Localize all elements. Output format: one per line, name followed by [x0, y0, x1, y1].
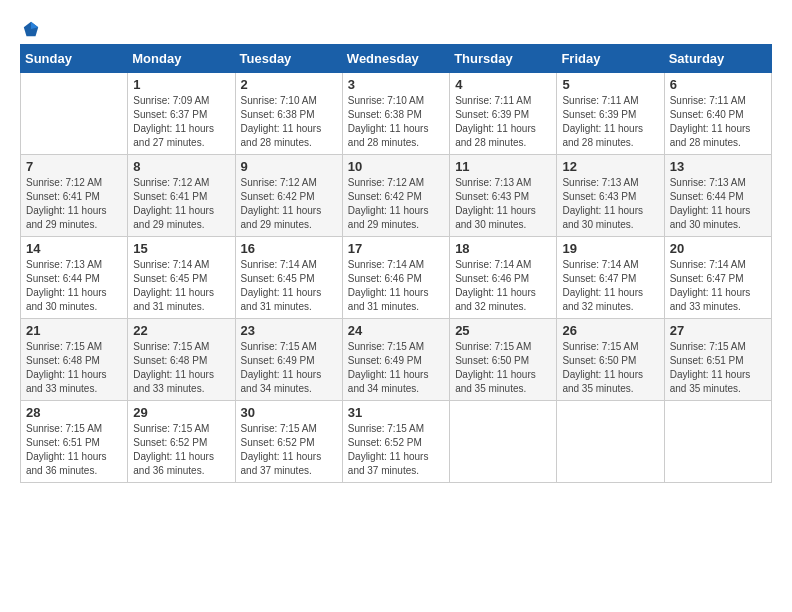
day-info: Sunrise: 7:15 AM Sunset: 6:49 PM Dayligh… — [241, 340, 337, 396]
day-info: Sunrise: 7:13 AM Sunset: 6:44 PM Dayligh… — [26, 258, 122, 314]
calendar-week-row: 1Sunrise: 7:09 AM Sunset: 6:37 PM Daylig… — [21, 73, 772, 155]
day-number: 27 — [670, 323, 766, 338]
table-row: 21Sunrise: 7:15 AM Sunset: 6:48 PM Dayli… — [21, 319, 128, 401]
table-row: 20Sunrise: 7:14 AM Sunset: 6:47 PM Dayli… — [664, 237, 771, 319]
day-number: 13 — [670, 159, 766, 174]
table-row: 6Sunrise: 7:11 AM Sunset: 6:40 PM Daylig… — [664, 73, 771, 155]
day-number: 17 — [348, 241, 444, 256]
table-row: 23Sunrise: 7:15 AM Sunset: 6:49 PM Dayli… — [235, 319, 342, 401]
day-number: 25 — [455, 323, 551, 338]
day-info: Sunrise: 7:14 AM Sunset: 6:47 PM Dayligh… — [670, 258, 766, 314]
table-row: 31Sunrise: 7:15 AM Sunset: 6:52 PM Dayli… — [342, 401, 449, 483]
day-info: Sunrise: 7:13 AM Sunset: 6:43 PM Dayligh… — [562, 176, 658, 232]
day-info: Sunrise: 7:15 AM Sunset: 6:51 PM Dayligh… — [670, 340, 766, 396]
calendar-week-row: 14Sunrise: 7:13 AM Sunset: 6:44 PM Dayli… — [21, 237, 772, 319]
day-number: 1 — [133, 77, 229, 92]
day-info: Sunrise: 7:09 AM Sunset: 6:37 PM Dayligh… — [133, 94, 229, 150]
day-info: Sunrise: 7:14 AM Sunset: 6:46 PM Dayligh… — [455, 258, 551, 314]
day-number: 31 — [348, 405, 444, 420]
day-info: Sunrise: 7:15 AM Sunset: 6:48 PM Dayligh… — [26, 340, 122, 396]
day-number: 22 — [133, 323, 229, 338]
header-tuesday: Tuesday — [235, 45, 342, 73]
table-row: 9Sunrise: 7:12 AM Sunset: 6:42 PM Daylig… — [235, 155, 342, 237]
table-row: 28Sunrise: 7:15 AM Sunset: 6:51 PM Dayli… — [21, 401, 128, 483]
day-number: 4 — [455, 77, 551, 92]
calendar-week-row: 21Sunrise: 7:15 AM Sunset: 6:48 PM Dayli… — [21, 319, 772, 401]
day-number: 14 — [26, 241, 122, 256]
day-info: Sunrise: 7:15 AM Sunset: 6:52 PM Dayligh… — [133, 422, 229, 478]
table-row: 3Sunrise: 7:10 AM Sunset: 6:38 PM Daylig… — [342, 73, 449, 155]
table-row — [450, 401, 557, 483]
day-number: 30 — [241, 405, 337, 420]
header-sunday: Sunday — [21, 45, 128, 73]
day-number: 15 — [133, 241, 229, 256]
day-info: Sunrise: 7:15 AM Sunset: 6:51 PM Dayligh… — [26, 422, 122, 478]
day-info: Sunrise: 7:15 AM Sunset: 6:49 PM Dayligh… — [348, 340, 444, 396]
table-row: 24Sunrise: 7:15 AM Sunset: 6:49 PM Dayli… — [342, 319, 449, 401]
day-number: 19 — [562, 241, 658, 256]
header-thursday: Thursday — [450, 45, 557, 73]
table-row: 17Sunrise: 7:14 AM Sunset: 6:46 PM Dayli… — [342, 237, 449, 319]
table-row: 1Sunrise: 7:09 AM Sunset: 6:37 PM Daylig… — [128, 73, 235, 155]
table-row: 18Sunrise: 7:14 AM Sunset: 6:46 PM Dayli… — [450, 237, 557, 319]
day-info: Sunrise: 7:14 AM Sunset: 6:45 PM Dayligh… — [241, 258, 337, 314]
table-row: 30Sunrise: 7:15 AM Sunset: 6:52 PM Dayli… — [235, 401, 342, 483]
calendar-table: Sunday Monday Tuesday Wednesday Thursday… — [20, 44, 772, 483]
day-number: 8 — [133, 159, 229, 174]
header-wednesday: Wednesday — [342, 45, 449, 73]
page-header — [20, 20, 772, 34]
day-number: 28 — [26, 405, 122, 420]
table-row: 22Sunrise: 7:15 AM Sunset: 6:48 PM Dayli… — [128, 319, 235, 401]
table-row: 4Sunrise: 7:11 AM Sunset: 6:39 PM Daylig… — [450, 73, 557, 155]
day-info: Sunrise: 7:15 AM Sunset: 6:50 PM Dayligh… — [455, 340, 551, 396]
day-info: Sunrise: 7:12 AM Sunset: 6:41 PM Dayligh… — [133, 176, 229, 232]
table-row: 25Sunrise: 7:15 AM Sunset: 6:50 PM Dayli… — [450, 319, 557, 401]
table-row: 2Sunrise: 7:10 AM Sunset: 6:38 PM Daylig… — [235, 73, 342, 155]
day-info: Sunrise: 7:11 AM Sunset: 6:40 PM Dayligh… — [670, 94, 766, 150]
day-number: 11 — [455, 159, 551, 174]
calendar-week-row: 7Sunrise: 7:12 AM Sunset: 6:41 PM Daylig… — [21, 155, 772, 237]
table-row: 10Sunrise: 7:12 AM Sunset: 6:42 PM Dayli… — [342, 155, 449, 237]
table-row: 29Sunrise: 7:15 AM Sunset: 6:52 PM Dayli… — [128, 401, 235, 483]
logo — [20, 20, 40, 34]
calendar-week-row: 28Sunrise: 7:15 AM Sunset: 6:51 PM Dayli… — [21, 401, 772, 483]
day-info: Sunrise: 7:14 AM Sunset: 6:45 PM Dayligh… — [133, 258, 229, 314]
day-number: 26 — [562, 323, 658, 338]
day-number: 23 — [241, 323, 337, 338]
logo-icon — [22, 20, 40, 38]
table-row: 14Sunrise: 7:13 AM Sunset: 6:44 PM Dayli… — [21, 237, 128, 319]
day-info: Sunrise: 7:13 AM Sunset: 6:44 PM Dayligh… — [670, 176, 766, 232]
table-row: 15Sunrise: 7:14 AM Sunset: 6:45 PM Dayli… — [128, 237, 235, 319]
day-info: Sunrise: 7:12 AM Sunset: 6:41 PM Dayligh… — [26, 176, 122, 232]
day-number: 5 — [562, 77, 658, 92]
table-row: 11Sunrise: 7:13 AM Sunset: 6:43 PM Dayli… — [450, 155, 557, 237]
day-number: 29 — [133, 405, 229, 420]
day-info: Sunrise: 7:11 AM Sunset: 6:39 PM Dayligh… — [455, 94, 551, 150]
day-number: 9 — [241, 159, 337, 174]
day-number: 24 — [348, 323, 444, 338]
day-number: 6 — [670, 77, 766, 92]
table-row — [557, 401, 664, 483]
calendar-header-row: Sunday Monday Tuesday Wednesday Thursday… — [21, 45, 772, 73]
day-info: Sunrise: 7:15 AM Sunset: 6:52 PM Dayligh… — [348, 422, 444, 478]
table-row: 13Sunrise: 7:13 AM Sunset: 6:44 PM Dayli… — [664, 155, 771, 237]
day-info: Sunrise: 7:15 AM Sunset: 6:50 PM Dayligh… — [562, 340, 658, 396]
day-number: 12 — [562, 159, 658, 174]
table-row: 16Sunrise: 7:14 AM Sunset: 6:45 PM Dayli… — [235, 237, 342, 319]
table-row — [664, 401, 771, 483]
day-info: Sunrise: 7:10 AM Sunset: 6:38 PM Dayligh… — [241, 94, 337, 150]
header-saturday: Saturday — [664, 45, 771, 73]
day-number: 20 — [670, 241, 766, 256]
table-row: 27Sunrise: 7:15 AM Sunset: 6:51 PM Dayli… — [664, 319, 771, 401]
day-number: 10 — [348, 159, 444, 174]
day-info: Sunrise: 7:15 AM Sunset: 6:48 PM Dayligh… — [133, 340, 229, 396]
header-friday: Friday — [557, 45, 664, 73]
day-number: 7 — [26, 159, 122, 174]
table-row — [21, 73, 128, 155]
day-info: Sunrise: 7:14 AM Sunset: 6:47 PM Dayligh… — [562, 258, 658, 314]
day-number: 16 — [241, 241, 337, 256]
table-row: 26Sunrise: 7:15 AM Sunset: 6:50 PM Dayli… — [557, 319, 664, 401]
day-number: 2 — [241, 77, 337, 92]
day-info: Sunrise: 7:14 AM Sunset: 6:46 PM Dayligh… — [348, 258, 444, 314]
table-row: 7Sunrise: 7:12 AM Sunset: 6:41 PM Daylig… — [21, 155, 128, 237]
